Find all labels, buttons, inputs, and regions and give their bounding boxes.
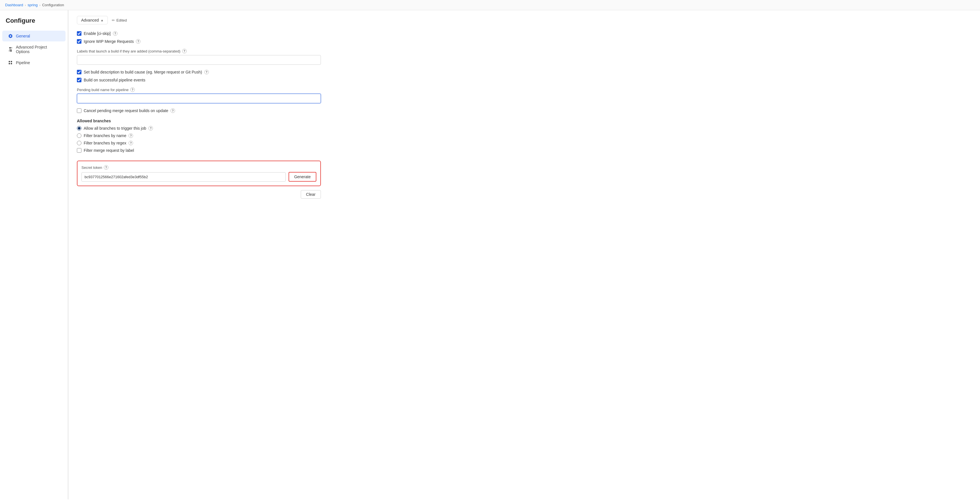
cancel-pending-checkbox[interactable] — [77, 108, 81, 113]
secret-token-section: Secret token ? Generate Clear — [77, 161, 321, 199]
set-build-desc-label: Set build description to build cause (eg… — [84, 70, 202, 74]
ignore-wip-label: Ignore WIP Merge Requests — [84, 39, 134, 44]
secret-token-help-icon[interactable]: ? — [104, 165, 108, 170]
set-build-desc-row: Set build description to build cause (eg… — [77, 70, 321, 74]
edited-badge: ✏ Edited — [112, 18, 127, 22]
pending-build-field-group: Pending build name for pipeline ? — [77, 88, 321, 103]
filter-regex-help-icon[interactable]: ? — [129, 141, 133, 145]
labels-input[interactable] — [77, 55, 321, 65]
secret-token-input-row: Generate — [81, 172, 317, 182]
main-content: Advanced ▲ ✏ Edited Enable [ci-skip] ? I… — [68, 10, 980, 500]
filter-label-checkbox[interactable] — [77, 148, 81, 153]
wrench-icon — [8, 47, 13, 52]
sidebar-item-pipeline[interactable]: Pipeline — [2, 57, 65, 68]
breadcrumb: Dashboard › spring › Configuration — [0, 0, 980, 10]
enable-ci-skip-row: Enable [ci-skip] ? — [77, 31, 321, 36]
all-branches-radio[interactable] — [77, 126, 81, 131]
sidebar-item-pipeline-label: Pipeline — [16, 61, 30, 65]
filter-by-label-row: Filter merge request by label — [77, 148, 321, 153]
filter-by-name-row: Filter branches by name ? — [77, 133, 321, 138]
secret-token-box: Secret token ? Generate — [77, 161, 321, 186]
secret-token-label-row: Secret token ? — [81, 165, 317, 170]
allowed-all-branches-row: Allow all branches to trigger this job ? — [77, 126, 321, 131]
advanced-section-btn[interactable]: Advanced ▲ — [77, 16, 108, 24]
pending-build-input[interactable] — [77, 94, 321, 103]
build-on-pipeline-label: Build on successful pipeline events — [84, 78, 145, 82]
filter-name-radio[interactable] — [77, 133, 81, 138]
secret-token-input[interactable] — [81, 172, 286, 182]
build-on-pipeline-checkbox[interactable] — [77, 78, 81, 82]
chevron-up-icon: ▲ — [100, 18, 103, 22]
filter-name-help-icon[interactable]: ? — [129, 133, 133, 138]
filter-name-label: Filter branches by name — [84, 133, 126, 138]
filter-regex-radio[interactable] — [77, 141, 81, 145]
breadcrumb-sep-2: › — [40, 3, 41, 7]
cancel-pending-help-icon[interactable]: ? — [170, 108, 175, 113]
labels-field-label: Labels that launch a build if they are a… — [77, 49, 321, 53]
secret-token-label-text: Secret token — [81, 166, 102, 170]
sidebar-item-general[interactable]: General — [2, 31, 65, 41]
form-section: Enable [ci-skip] ? Ignore WIP Merge Requ… — [77, 31, 321, 199]
breadcrumb-dashboard[interactable]: Dashboard — [5, 3, 23, 7]
edited-label: Edited — [116, 18, 127, 22]
enable-ci-skip-checkbox[interactable] — [77, 31, 81, 36]
labels-field-group: Labels that launch a build if they are a… — [77, 49, 321, 65]
breadcrumb-configuration: Configuration — [42, 3, 64, 7]
generate-button[interactable]: Generate — [288, 172, 317, 182]
breadcrumb-sep-1: › — [25, 3, 26, 7]
sidebar-item-advanced-label: Advanced Project Options — [16, 45, 60, 54]
section-header: Advanced ▲ ✏ Edited — [77, 16, 972, 24]
sidebar-title: Configure — [0, 17, 68, 30]
sidebar-item-general-label: General — [16, 34, 30, 38]
sidebar-item-advanced-project-options[interactable]: Advanced Project Options — [2, 42, 65, 57]
pencil-icon: ✏ — [112, 18, 115, 22]
filter-by-regex-row: Filter branches by regex ? — [77, 141, 321, 145]
all-branches-help-icon[interactable]: ? — [148, 126, 153, 131]
set-build-desc-checkbox[interactable] — [77, 70, 81, 74]
enable-ci-skip-label: Enable [ci-skip] — [84, 31, 111, 36]
section-title: Advanced — [81, 18, 99, 22]
pending-build-help-icon[interactable]: ? — [130, 88, 135, 92]
ignore-wip-checkbox[interactable] — [77, 39, 81, 44]
all-branches-label: Allow all branches to trigger this job — [84, 126, 146, 131]
ignore-wip-row: Ignore WIP Merge Requests ? — [77, 39, 321, 44]
cancel-pending-row: Cancel pending merge request builds on u… — [77, 108, 321, 113]
clear-row: Clear — [77, 190, 321, 199]
breadcrumb-spring[interactable]: spring — [27, 3, 37, 7]
clear-button[interactable]: Clear — [301, 190, 321, 199]
allowed-branches-title: Allowed branches — [77, 119, 321, 123]
ci-skip-help-icon[interactable]: ? — [113, 31, 118, 36]
ignore-wip-help-icon[interactable]: ? — [136, 39, 140, 44]
gear-icon — [8, 33, 13, 38]
pending-build-label: Pending build name for pipeline ? — [77, 88, 321, 92]
sidebar: Configure General Advanced Project Optio… — [0, 10, 68, 500]
set-build-desc-help-icon[interactable]: ? — [204, 70, 209, 74]
build-on-pipeline-row: Build on successful pipeline events — [77, 78, 321, 82]
filter-label-label: Filter merge request by label — [84, 148, 134, 153]
labels-help-icon[interactable]: ? — [182, 49, 187, 53]
cancel-pending-label: Cancel pending merge request builds on u… — [84, 108, 168, 113]
filter-regex-label: Filter branches by regex — [84, 141, 126, 145]
pipeline-icon — [8, 60, 13, 65]
